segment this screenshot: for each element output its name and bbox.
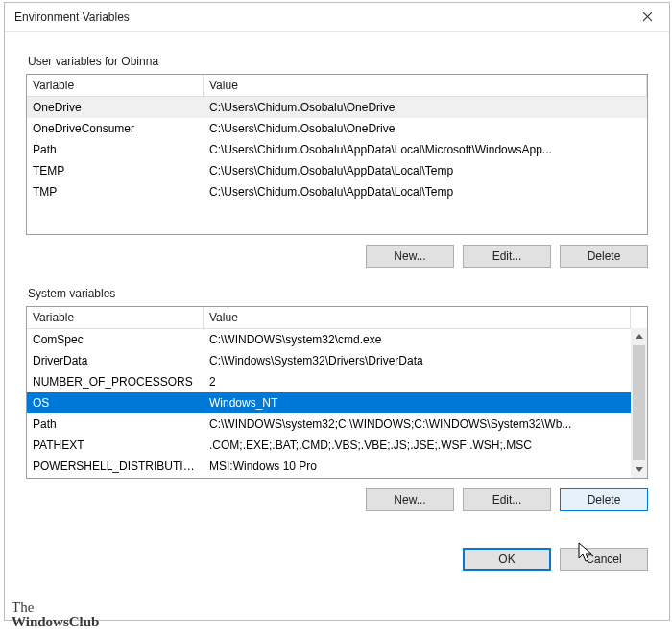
- user-variables-group: User variables for Obinna Variable Value…: [26, 55, 648, 270]
- cancel-button[interactable]: Cancel: [560, 548, 648, 571]
- watermark-line1: The: [12, 601, 99, 616]
- cell-value: 2: [204, 373, 631, 390]
- close-button[interactable]: [625, 3, 669, 32]
- cell-variable: ComSpec: [27, 331, 204, 348]
- user-variables-table[interactable]: Variable Value OneDriveC:\Users\Chidum.O…: [26, 74, 648, 235]
- vertical-scrollbar[interactable]: [631, 328, 647, 478]
- close-icon: [642, 12, 653, 22]
- cell-variable: DriverData: [27, 352, 204, 369]
- cell-variable: Path: [27, 415, 204, 433]
- cell-variable: Path: [27, 141, 204, 158]
- cell-value: C:\WINDOWS\system32;C:\WINDOWS;C:\WINDOW…: [204, 415, 631, 433]
- user-buttons-row: New... Edit... Delete: [26, 235, 648, 270]
- table-row[interactable]: TMPC:\Users\Chidum.Osobalu\AppData\Local…: [27, 181, 647, 202]
- ok-button[interactable]: OK: [463, 548, 551, 571]
- cell-variable: POWERSHELL_DISTRIBUTIO...: [27, 458, 204, 475]
- system-variables-group: System variables Variable Value ComSpecC…: [26, 287, 648, 513]
- user-edit-button[interactable]: Edit...: [463, 245, 551, 268]
- user-new-button[interactable]: New...: [366, 245, 454, 268]
- cell-value: C:\Users\Chidum.Osobalu\OneDrive: [204, 99, 647, 116]
- window-title: Environment Variables: [14, 11, 625, 24]
- table-row[interactable]: NUMBER_OF_PROCESSORS2: [27, 371, 631, 392]
- table-row[interactable]: PathC:\Users\Chidum.Osobalu\AppData\Loca…: [27, 139, 647, 160]
- system-edit-button[interactable]: Edit...: [463, 488, 551, 511]
- column-variable[interactable]: Variable: [27, 75, 204, 96]
- table-row[interactable]: ComSpecC:\WINDOWS\system32\cmd.exe: [27, 329, 631, 350]
- cell-variable: TEMP: [27, 162, 204, 179]
- table-row[interactable]: OneDriveConsumerC:\Users\Chidum.Osobalu\…: [27, 118, 647, 139]
- dialog-buttons-row: OK Cancel: [26, 530, 648, 573]
- table-header: Variable Value: [27, 75, 647, 97]
- table-row[interactable]: PATHEXT.COM;.EXE;.BAT;.CMD;.VBS;.VBE;.JS…: [27, 435, 631, 456]
- cell-value: .COM;.EXE;.BAT;.CMD;.VBS;.VBE;.JS;.JSE;.…: [204, 436, 631, 454]
- table-row[interactable]: POWERSHELL_DISTRIBUTIO...MSI:Windows 10 …: [27, 456, 631, 477]
- table-row[interactable]: PathC:\WINDOWS\system32;C:\WINDOWS;C:\WI…: [27, 413, 631, 435]
- column-value[interactable]: Value: [204, 75, 647, 96]
- cell-variable: TMP: [27, 183, 204, 200]
- cell-variable: PATHEXT: [27, 436, 204, 454]
- system-variables-table[interactable]: Variable Value ComSpecC:\WINDOWS\system3…: [26, 306, 648, 479]
- table-header: Variable Value: [27, 307, 647, 329]
- watermark-logo: The WindowsClub: [12, 601, 99, 631]
- system-new-button[interactable]: New...: [366, 488, 454, 511]
- scroll-thumb[interactable]: [633, 345, 645, 460]
- cell-value: C:\Users\Chidum.Osobalu\AppData\Local\Mi…: [204, 141, 647, 158]
- table-row[interactable]: TEMPC:\Users\Chidum.Osobalu\AppData\Loca…: [27, 160, 647, 181]
- scroll-down-arrow[interactable]: [631, 461, 647, 478]
- table-row[interactable]: OneDriveC:\Users\Chidum.Osobalu\OneDrive: [27, 97, 647, 118]
- cell-value: C:\Windows\System32\Drivers\DriverData: [204, 352, 631, 369]
- cell-value: C:\WINDOWS\system32\cmd.exe: [204, 331, 631, 348]
- user-delete-button[interactable]: Delete: [560, 245, 648, 268]
- cell-variable: OneDriveConsumer: [27, 120, 204, 137]
- cell-value: MSI:Windows 10 Pro: [204, 458, 631, 475]
- cell-variable: OneDrive: [27, 99, 204, 116]
- environment-variables-dialog: Environment Variables User variables for…: [4, 2, 670, 621]
- column-variable[interactable]: Variable: [27, 307, 204, 328]
- system-delete-button[interactable]: Delete: [560, 488, 648, 511]
- cell-value: C:\Users\Chidum.Osobalu\AppData\Local\Te…: [204, 162, 647, 179]
- watermark-line2: WindowsClub: [12, 615, 99, 630]
- scroll-up-arrow[interactable]: [631, 328, 647, 344]
- table-row[interactable]: DriverDataC:\Windows\System32\Drivers\Dr…: [27, 350, 631, 371]
- column-value[interactable]: Value: [204, 307, 631, 328]
- user-variables-title: User variables for Obinna: [28, 55, 648, 68]
- cell-variable: NUMBER_OF_PROCESSORS: [27, 373, 204, 390]
- cell-value: C:\Users\Chidum.Osobalu\AppData\Local\Te…: [204, 183, 647, 200]
- cell-variable: OS: [27, 394, 204, 412]
- cell-value: C:\Users\Chidum.Osobalu\OneDrive: [204, 120, 647, 137]
- table-row[interactable]: OSWindows_NT: [27, 392, 631, 413]
- system-variables-title: System variables: [28, 287, 648, 300]
- system-buttons-row: New... Edit... Delete: [26, 479, 648, 513]
- cell-value: Windows_NT: [204, 394, 631, 412]
- titlebar: Environment Variables: [5, 3, 669, 32]
